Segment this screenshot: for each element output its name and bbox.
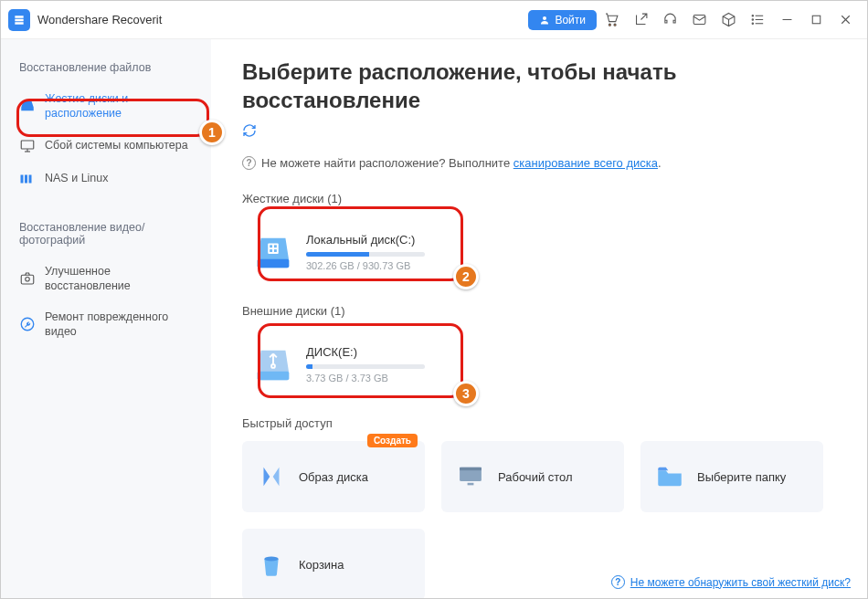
sidebar-item-label: NAS и Linux [45,171,109,185]
svg-rect-23 [258,259,290,268]
svg-rect-29 [258,372,290,381]
svg-rect-27 [270,250,272,253]
svg-rect-28 [274,250,277,253]
svg-rect-24 [268,244,279,255]
disk-capacity: 3.73 GB / 3.73 GB [306,373,425,384]
disk-name: Локальный диск(C:) [306,233,425,247]
disk-image-icon [255,460,288,493]
svg-rect-25 [270,246,272,248]
sidebar-item-crash[interactable]: Сбой системы компьютера [1,130,211,163]
sidebar-item-label: Сбой системы компьютера [45,138,188,152]
sidebar-group-media: Восстановление видео/фотографий [1,215,211,256]
minimize-button[interactable] [772,5,801,35]
hint-text: ? Не можете найти расположение? Выполнит… [242,156,836,170]
quick-desktop[interactable]: Рабочий стол [441,441,624,512]
svg-rect-18 [25,174,27,183]
svg-point-0 [543,16,546,20]
export-icon[interactable] [626,5,655,35]
sidebar-item-label: Улучшенное восстановление [45,264,193,294]
cart-icon[interactable] [597,5,626,35]
svg-point-9 [752,23,753,24]
hdd-icon [251,230,295,274]
svg-rect-11 [812,16,820,24]
desktop-icon [454,460,487,493]
page-title: Выберите расположение, чтобы начать восс… [242,58,836,114]
quick-recycle-bin[interactable]: Корзина [242,529,425,598]
refresh-icon[interactable] [242,123,257,142]
svg-rect-19 [29,174,32,183]
list-icon[interactable] [743,5,772,35]
section-quick-title: Быстрый доступ [242,416,836,430]
progress-bar [306,364,425,369]
trash-icon [255,548,288,581]
folder-icon [653,460,686,493]
camera-icon [19,270,36,287]
sidebar-group-files: Восстановление файлов [1,56,211,83]
app-title: Wondershare Recoverit [37,13,162,26]
sidebar-item-drives[interactable]: Жестие диски и расположение [1,83,211,130]
maximize-button[interactable] [801,5,831,35]
svg-point-21 [26,277,30,281]
svg-rect-32 [468,483,474,486]
svg-rect-3 [693,16,705,25]
wrench-icon [19,316,36,332]
drive-icon [19,98,36,114]
svg-point-2 [613,24,615,26]
monitor-icon [19,138,36,154]
quick-disk-image[interactable]: Создать Образ диска [242,441,425,512]
main-content: Выберите расположение, чтобы начать восс… [211,39,867,598]
progress-bar [306,252,425,257]
quick-label: Рабочий стол [498,470,573,484]
login-button[interactable]: Войти [528,10,597,30]
sidebar-item-nas[interactable]: NAS и Linux [1,163,211,195]
disk-name: ДИСК(E:) [306,345,425,359]
mail-icon[interactable] [684,5,714,35]
help-icon: ? [611,575,625,589]
quick-select-folder[interactable]: Выберите папку [640,441,823,512]
section-ext-title: Внешние диски (1) [242,304,836,318]
section-hdd-title: Жесткие диски (1) [242,192,836,205]
quick-label: Образ диска [299,470,368,484]
sidebar-item-label: Ремонт поврежденного видео [45,310,193,340]
disk-capacity: 302.26 GB / 930.73 GB [306,260,425,271]
sidebar: Восстановление файлов Жестие диски и рас… [1,39,211,598]
app-window: { "app": { "title": "Wondershare Recover… [0,0,868,599]
headset-icon[interactable] [655,5,684,35]
svg-point-33 [264,557,278,562]
svg-point-8 [752,19,753,20]
footer-help: ? Не можете обнаружить свой жесткий диск… [611,575,851,589]
disk-card-c[interactable]: Локальный диск(C:) 302.26 GB / 930.73 GB [242,216,434,288]
usb-drive-icon [251,342,295,386]
full-scan-link[interactable]: сканирование всего диска [513,156,658,170]
create-badge: Создать [367,434,418,447]
quick-label: Выберите папку [697,470,786,484]
svg-point-1 [609,24,610,26]
login-label: Войти [555,14,586,26]
svg-point-7 [752,16,753,16]
nas-icon [19,171,36,187]
cube-icon[interactable] [714,5,743,35]
svg-rect-14 [21,141,34,149]
footer-help-link[interactable]: Не можете обнаружить свой жесткий диск? [630,576,851,589]
disk-card-e[interactable]: ДИСК(E:) 3.73 GB / 3.73 GB [242,329,434,400]
app-logo-icon [8,9,30,31]
svg-rect-17 [21,174,24,183]
info-icon: ? [242,156,256,170]
sidebar-item-enhanced[interactable]: Улучшенное восстановление [1,256,211,302]
svg-rect-20 [21,275,34,284]
svg-rect-26 [274,246,277,248]
quick-label: Корзина [299,558,344,572]
titlebar: Wondershare Recoverit Войти [1,1,867,39]
sidebar-item-repair[interactable]: Ремонт поврежденного видео [1,301,211,348]
svg-rect-31 [460,468,482,470]
close-button[interactable] [831,5,860,35]
sidebar-item-label: Жестие диски и расположение [45,91,193,121]
